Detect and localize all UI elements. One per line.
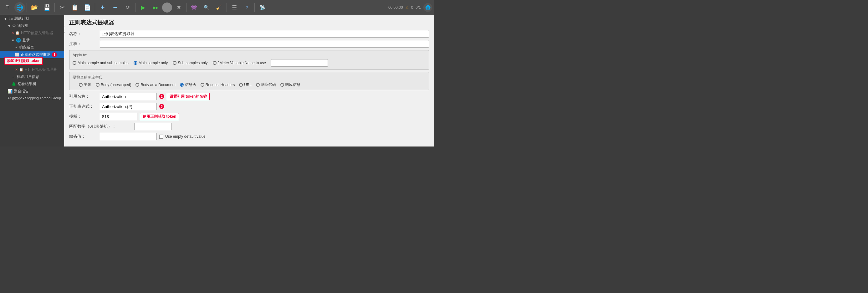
radio-dot [135,83,139,87]
toolbar-separator-4 [135,3,135,12]
ref-name-row: 引用名称： 2 设置引用 token的名称 [69,93,429,100]
tree-item-aggregate[interactable]: 📊 聚合报告 [0,88,64,95]
remove-button[interactable]: − [109,2,121,13]
radio-label: 响应信息 [285,82,300,87]
radio-response-msg[interactable]: 响应信息 [280,82,300,87]
default-row: 缺省值： Use empty default value [69,133,429,140]
tree-item-label: 响应断言 [19,45,34,50]
radio-request-headers[interactable]: Request Headers [200,83,235,87]
paste-button[interactable]: 📄 [81,2,93,13]
stop-all-button[interactable]: ✖ [173,2,185,13]
broom-button[interactable]: 🧹 [213,2,225,13]
radio-main-sub[interactable]: Main sample and sub-samples [72,61,129,65]
toolbar-separator-2 [55,3,55,12]
template-row: 模板： 使用正则获取 token [69,113,429,120]
radio-headers[interactable]: 信息头 [180,82,196,87]
tree-item-label: 察看结果树 [18,81,36,87]
run-button[interactable]: ▶ [137,2,149,13]
stepping-icon: ⚙ [7,96,11,100]
comment-input[interactable] [100,40,429,48]
name-row: 名称： [69,30,429,37]
panel-handle[interactable]: ⋮ ⋮ [64,16,65,41]
regex-input[interactable] [100,103,157,110]
cut-button[interactable]: ✂ [56,2,68,13]
radio-dot-checked [134,61,137,65]
add-button[interactable]: + [97,2,108,13]
tree-item-test-plan[interactable]: ▼ 🗂 测试计划 [0,15,64,22]
tree-item-stepping-thread[interactable]: ⚙ jp@gc - Stepping Thread Group [0,95,64,101]
radio-dot [280,83,284,87]
toolbar-separator-1 [27,3,27,12]
open-button[interactable]: 📂 [29,2,40,13]
tree-item-view-results[interactable]: 🌲 察看结果树 [0,81,64,88]
template-input[interactable] [100,113,137,120]
globe-button[interactable]: 🌐 [14,2,25,13]
save-button[interactable]: 💾 [41,2,53,13]
tree-item-label: 获取用户信息 [17,74,39,80]
warning-icon: ⚠ [405,5,409,9]
tree-item-http-header-mgr1[interactable]: ✕ 📋 HTTP信息头管理器 [0,29,64,37]
list-button[interactable]: ☰ [228,2,240,13]
radio-body-document[interactable]: Body as a Document [135,83,175,87]
radio-main-only[interactable]: Main sample only [134,61,168,65]
tree-item-get-user[interactable]: → 获取用户信息 [0,73,64,81]
radio-url[interactable]: URL [239,83,252,87]
radio-label: Main sample and sub-samples [78,61,129,65]
warning-count: 0 [411,5,413,10]
use-empty-checkbox[interactable] [159,135,163,139]
gear-icon: ⚙ [12,24,16,28]
tree-item-assertion[interactable]: ✓ 响应断言 [0,44,64,51]
badge-1: 1 [52,52,57,57]
match-no-input[interactable] [134,123,172,130]
tree-item-label: 登录 [22,37,30,43]
default-input[interactable] [100,133,157,140]
radio-dot [256,83,260,87]
aggregate-icon: 📊 [7,89,12,94]
radio-label: JMeter Variable Name to use [218,61,266,65]
radio-label: Request Headers [206,83,235,87]
comment-label: 注释： [69,41,97,47]
stop-button[interactable] [162,2,172,12]
radio-dot [96,83,99,87]
ref-name-label: 引用名称： [69,94,97,99]
tree-item-http-header-mgr2[interactable]: ✕ 📋 HTTP信息头管理器 [0,66,64,73]
test-plan-folder-icon: 🗂 [8,16,13,21]
remote-button[interactable]: 📡 [256,2,268,13]
tree-item-thread-group[interactable]: ▼ ⚙ 线程组 [0,22,64,29]
regex-icon: ⬜ [15,53,20,57]
radio-label: Main sample only [138,61,168,65]
search-button[interactable]: 🔍 [200,2,213,13]
toolbar-separator-7 [254,3,255,12]
radio-body[interactable]: 主体 [79,82,91,87]
name-label: 名称： [69,31,97,37]
response-field-label: 要检查的响应字段 [72,75,426,80]
radio-dot [173,61,177,65]
toolbar-status: 00:00:00 ⚠ 0 0/1 🌐 [388,3,432,12]
tree-item-label: jp@gc - Stepping Thread Group [12,96,61,100]
tree-item-label: 聚合报告 [14,89,29,94]
template-annotation: 使用正则获取 token [140,113,179,120]
ref-name-input[interactable] [100,93,157,100]
tree-item-label: 线程组 [17,23,29,28]
run-all-button[interactable]: ▶▸ [150,2,161,13]
tree-item-label: 测试计划 [14,16,29,21]
view-results-icon: 🌲 [11,82,16,86]
radio-sub-only[interactable]: Sub-samples only [173,61,208,65]
radio-jmeter-var[interactable]: JMeter Variable Name to use [213,61,266,65]
radio-body-unescaped[interactable]: Body (unescaped) [96,83,131,87]
apply-to-label: Apply to: [72,53,426,57]
variable-name-input[interactable] [271,59,328,67]
radio-response-code[interactable]: 响应代码 [256,82,276,87]
radio-dot [79,83,83,87]
template-label: 模板： [69,114,97,119]
main-layout: ▼ 🗂 测试计划 ▼ ⚙ 线程组 ✕ 📋 HTTP信息头管理器 ▼ 🌐 登录 ✓… [0,15,434,146]
radio-label: URL [244,83,252,87]
help-button[interactable]: ? [241,2,253,13]
new-file-button[interactable]: 🗋 [2,2,14,13]
right-panel: ⋮ ⋮ 正则表达式提取器 名称： 注释： Apply to: Main samp… [64,15,434,146]
monster-button[interactable]: 👾 [188,2,200,13]
tree-item-login[interactable]: ▼ 🌐 登录 [0,37,64,44]
clear-button[interactable]: ⟳ [122,2,134,13]
copy-button[interactable]: 📋 [69,2,81,13]
name-input[interactable] [100,30,429,37]
